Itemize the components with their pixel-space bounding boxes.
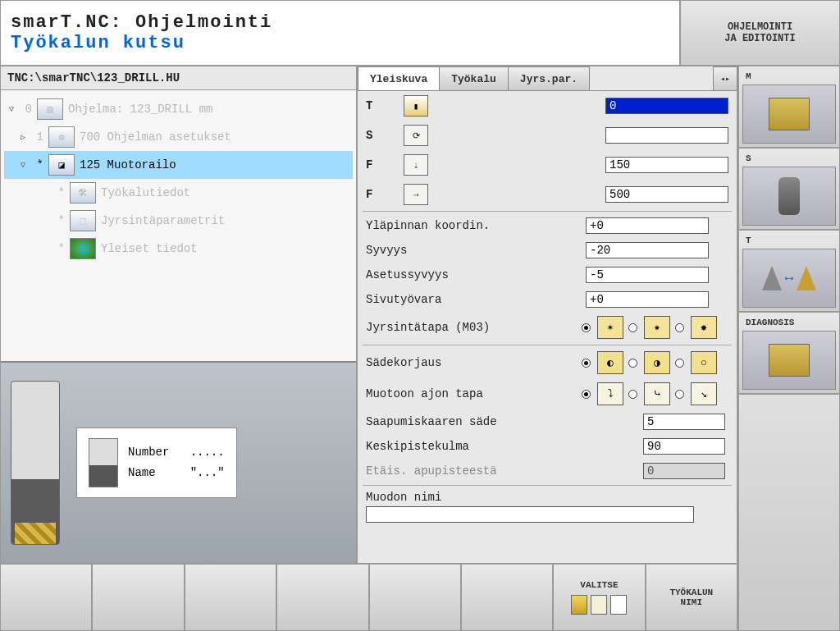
label-approach: Muotoon ajon tapa xyxy=(366,387,575,400)
feedrate-plunge-input[interactable] xyxy=(605,157,728,173)
arc-radius-input[interactable] xyxy=(643,414,725,430)
aux-distance-input xyxy=(643,463,725,479)
select-tool-icon xyxy=(571,595,587,615)
diagnosis-icon xyxy=(769,344,810,377)
tab-overview[interactable]: Yleiskuva xyxy=(358,66,440,90)
tool-name-value: "..." xyxy=(190,466,225,479)
softkey-tool-name[interactable]: TYÖKALUN NIMI xyxy=(646,564,737,631)
field-label-t: T xyxy=(366,99,397,112)
approach-line-icon[interactable]: ↘ xyxy=(691,382,717,405)
mode-button-s[interactable]: S xyxy=(738,148,840,230)
app-subtitle: Työkalun kutsu xyxy=(11,33,669,53)
tool-info-card: Number ..... Name "..." xyxy=(76,428,237,498)
tree-row-program[interactable]: ▽ 0 ▤ Ohjelma: 123_DRILL mm xyxy=(4,95,353,123)
tool-number-value: ..... xyxy=(190,446,225,459)
select-thermometer-icon xyxy=(610,595,627,615)
mode-button-programming[interactable]: OHJELMOINTI JA EDITOINTI xyxy=(680,0,840,66)
tool-number-input[interactable] xyxy=(605,98,728,114)
right-col-filler xyxy=(738,394,840,631)
softkey-4[interactable] xyxy=(276,564,368,631)
tool-graphic xyxy=(11,381,60,545)
softkey-2[interactable] xyxy=(92,564,184,631)
header: smarT.NC: Ohjelmointi Työkalun kutsu xyxy=(0,0,680,66)
top-coord-input[interactable] xyxy=(586,217,709,234)
conventional-milling-icon[interactable]: ✷ xyxy=(644,316,670,339)
softkey-1[interactable] xyxy=(0,564,92,631)
field-label-f2: F xyxy=(366,188,397,201)
milling-mode-radio-3[interactable] xyxy=(675,323,684,332)
collapse-icon[interactable]: ▷ xyxy=(19,132,27,142)
radius-comp-options: ◐ ◑ ○ xyxy=(582,351,717,374)
mode-button-diagnosis[interactable]: DIAGNOSIS xyxy=(738,312,840,394)
feedrate-down-icon[interactable]: ⇣ xyxy=(404,154,428,176)
label-depth: Syvyys xyxy=(366,244,579,257)
softkey-6[interactable] xyxy=(461,564,553,631)
mode-button-column: M S T ↔ DIAGNOSIS xyxy=(737,66,840,631)
shape-name-input[interactable] xyxy=(366,506,694,523)
approach-options: ⤵ ⤷ ↘ xyxy=(582,382,717,405)
tool-preview-panel: Number ..... Name "..." xyxy=(1,361,356,563)
plunge-depth-input[interactable] xyxy=(586,267,709,283)
tab-bar: Yleiskuva Työkalu Jyrs.par. ◂▸ xyxy=(358,66,737,91)
tab-scroll-right[interactable]: ◂▸ xyxy=(713,66,737,90)
side-allowance-input[interactable] xyxy=(586,291,709,308)
tree-row-cycle-125[interactable]: ▽ * ◪ 125 Muotorailo xyxy=(4,151,353,179)
select-list-icon xyxy=(591,595,607,615)
alt-milling-icon[interactable]: ✸ xyxy=(691,316,717,339)
tool-number-icon[interactable]: ▮ xyxy=(404,95,428,117)
parameter-form: Yleiskuva Työkalu Jyrs.par. ◂▸ T ▮ S xyxy=(357,66,737,564)
tree-row-global[interactable]: * 🌐 Yleiset tiedot xyxy=(4,235,353,263)
spindle-icon xyxy=(778,177,800,215)
spindle-speed-input[interactable] xyxy=(605,127,728,144)
tool-thumbnail-icon xyxy=(89,438,118,487)
tab-tool[interactable]: Työkalu xyxy=(439,66,509,90)
tree-row-settings[interactable]: ▷ 1 ⚙ 700 Ohjelman asetukset xyxy=(4,123,353,151)
radius-none-icon[interactable]: ○ xyxy=(691,351,717,374)
mode-button-t[interactable]: T ↔ xyxy=(738,230,840,312)
label-milling-mode: Jyrsintätapa (M03) xyxy=(366,321,575,334)
tab-millparam[interactable]: Jyrs.par. xyxy=(508,66,590,90)
label-side-allowance: Sivutyövara xyxy=(366,293,579,306)
softkey-3[interactable] xyxy=(185,564,276,631)
depth-input[interactable] xyxy=(586,242,709,258)
radius-comp-radio-2[interactable] xyxy=(628,359,637,368)
field-label-f1: F xyxy=(366,158,397,171)
contour-icon: ◪ xyxy=(48,154,75,176)
expand-icon[interactable]: ▽ xyxy=(19,160,27,170)
feedrate-right-icon[interactable]: ⇢ xyxy=(404,184,428,205)
softkey-5[interactable] xyxy=(369,564,461,631)
tree-row-millparams[interactable]: * ⬚ Jyrsintäparametrit xyxy=(4,207,353,235)
expand-icon[interactable]: ▽ xyxy=(7,104,16,114)
softkey-valitse[interactable]: VALITSE xyxy=(553,564,645,631)
tree-row-tooldata[interactable]: * 🛠 Työkalutiedot xyxy=(4,179,353,207)
radius-comp-radio-1[interactable] xyxy=(582,359,591,368)
radius-right-icon[interactable]: ◑ xyxy=(644,351,670,374)
field-label-s: S xyxy=(366,129,397,142)
tool-a-icon xyxy=(762,266,782,290)
label-top-coord: Yläpinnan koordin. xyxy=(366,219,579,232)
climb-milling-icon[interactable]: ✶ xyxy=(597,316,623,339)
label-arc-radius: Saapumiskaaren säde xyxy=(366,415,637,428)
program-icon: ▤ xyxy=(37,98,63,120)
machine-icon xyxy=(769,98,810,130)
spindle-speed-icon[interactable]: ⟳ xyxy=(404,125,428,146)
approach-perp-icon[interactable]: ⤷ xyxy=(644,382,670,405)
mode-button-m[interactable]: M xyxy=(738,66,840,148)
settings-icon: ⚙ xyxy=(48,126,75,148)
milling-mode-radio-2[interactable] xyxy=(628,323,637,332)
program-tree-panel: TNC:\smarTNC\123_DRILL.HU ▽ 0 ▤ Ohjelma:… xyxy=(0,66,357,564)
tool-name-label: Name xyxy=(128,466,156,479)
tool-number-label: Number xyxy=(128,446,169,459)
label-shape-name: Muodon nimi xyxy=(366,491,728,504)
label-radius-comp: Sädekorjaus xyxy=(366,356,575,369)
radius-left-icon[interactable]: ◐ xyxy=(597,351,623,374)
approach-radio-2[interactable] xyxy=(628,390,637,399)
approach-radio-1[interactable] xyxy=(582,390,591,399)
approach-radio-3[interactable] xyxy=(675,390,684,399)
radius-comp-radio-3[interactable] xyxy=(675,359,684,368)
approach-tangent-icon[interactable]: ⤵ xyxy=(597,382,623,405)
feedrate-input[interactable] xyxy=(605,186,728,203)
center-angle-input[interactable] xyxy=(643,438,725,455)
milling-mode-radio-1[interactable] xyxy=(582,323,591,332)
label-aux-distance: Etäis. apupisteestä xyxy=(366,464,637,478)
